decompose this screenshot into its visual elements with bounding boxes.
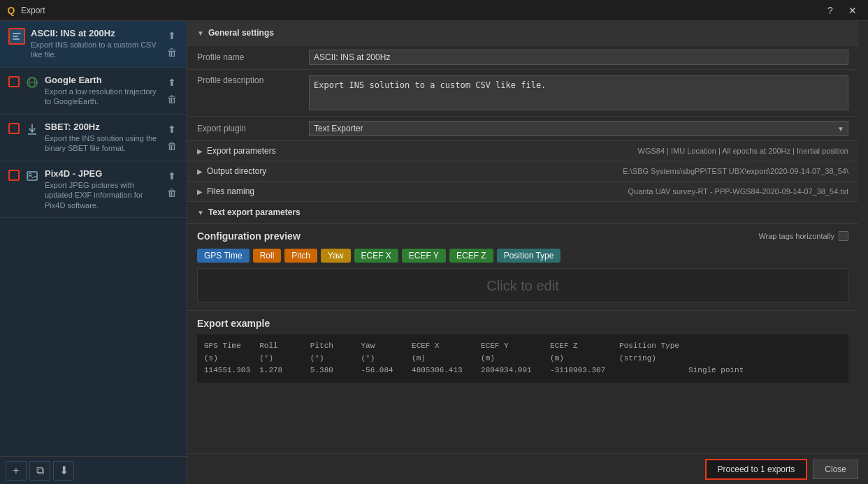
- text-export-params-header[interactable]: ▼ Text export parameters: [187, 202, 858, 223]
- profile-name-input-container: [309, 50, 848, 65]
- wrap-tags-checkbox[interactable]: [839, 231, 848, 241]
- sidebar-items-list: ASCII: INS at 200Hz Export INS solution …: [0, 21, 187, 456]
- output-directory-row[interactable]: ▶ Output directory E:\SBG Systems\sbgPP\…: [187, 161, 858, 182]
- files-naming-value: Quanta UAV survey-RT - PPP-WGS84-2020-09…: [628, 187, 849, 196]
- export-plugin-row: Export plugin Text Exporter ▼: [187, 117, 858, 141]
- tag-ecef-z[interactable]: ECEF Z: [449, 249, 493, 263]
- sbet-title: SBET: 200Hz: [45, 122, 159, 132]
- files-naming-row[interactable]: ▶ Files naming Quanta UAV survey-RT - PP…: [187, 182, 858, 202]
- window-controls: ? ✕: [820, 3, 862, 18]
- pix4d-checkbox[interactable]: [8, 170, 20, 181]
- sbet-actions: ⬆ 🗑: [164, 122, 180, 154]
- export-example-title: Export example: [197, 318, 848, 329]
- text-export-params-arrow-icon: ▼: [197, 209, 204, 217]
- google-earth-delete-btn[interactable]: 🗑: [164, 91, 180, 107]
- output-dir-value: E:\SBG Systems\sbgPP\TEST UBX\export\202…: [623, 167, 848, 175]
- config-preview-title: Configuration preview: [197, 230, 301, 242]
- pix4d-icon: [25, 169, 39, 183]
- google-earth-upload-btn[interactable]: ⬆: [164, 75, 180, 90]
- svg-rect-1: [13, 36, 18, 37]
- tag-gps-time[interactable]: GPS Time: [197, 249, 249, 263]
- main-layout: ASCII: INS at 200Hz Export INS solution …: [0, 21, 868, 484]
- profile-name-row: Profile name: [187, 45, 858, 70]
- pix4d-upload-btn[interactable]: ⬆: [164, 168, 180, 184]
- google-earth-content: Google Earth Export a low resolution tra…: [45, 75, 159, 107]
- general-settings-arrow: ▼: [197, 29, 204, 37]
- help-button[interactable]: ?: [820, 3, 840, 18]
- export-profile-button[interactable]: ⬇: [53, 461, 74, 481]
- sidebar-item-pix4d[interactable]: Pix4D - JPEG Export JPEG pictures with u…: [0, 161, 187, 218]
- google-earth-title: Google Earth: [45, 75, 159, 85]
- svg-rect-0: [13, 33, 21, 34]
- profile-name-input[interactable]: [309, 50, 848, 65]
- sbet-checkbox[interactable]: [8, 123, 20, 134]
- ascii-ins-delete-btn[interactable]: 🗑: [164, 45, 180, 60]
- export-header-line1: GPS Time Roll Pitch Yaw ECEF X ECEF Y EC…: [204, 342, 679, 350]
- pix4d-desc: Export JPEG pictures with updated EXIF i…: [45, 180, 159, 210]
- close-window-button[interactable]: ✕: [843, 3, 862, 18]
- profile-name-label: Profile name: [197, 52, 309, 62]
- sbet-upload-btn[interactable]: ⬆: [164, 122, 180, 137]
- profile-desc-textarea[interactable]: Export INS solution to a custom CSV like…: [309, 75, 848, 110]
- sidebar-footer: + ⧉ ⬇: [0, 456, 187, 484]
- close-button[interactable]: Close: [813, 460, 858, 479]
- export-plugin-select[interactable]: Text Exporter: [309, 121, 848, 136]
- sbet-delete-btn[interactable]: 🗑: [164, 138, 180, 154]
- tag-roll[interactable]: Roll: [253, 249, 282, 263]
- tag-yaw[interactable]: Yaw: [321, 249, 350, 263]
- export-parameters-row[interactable]: ▶ Export parameters WGS84 | IMU Location…: [187, 141, 858, 161]
- google-earth-checkbox[interactable]: [8, 76, 20, 87]
- wrap-tags-container: Wrap tags horizontally: [758, 231, 848, 241]
- proceed-to-exports-button[interactable]: Proceed to 1 exports: [705, 459, 808, 480]
- output-dir-arrow-icon: ▶: [197, 168, 203, 175]
- add-profile-button[interactable]: +: [6, 461, 27, 481]
- download-icon: [27, 124, 37, 135]
- export-data-line: 114551.303 1.278 5.380 -56.084 4805306.4…: [204, 366, 744, 374]
- sidebar-item-sbet[interactable]: SBET: 200Hz Export the INS solution usin…: [0, 115, 187, 161]
- google-earth-icon: [25, 75, 39, 89]
- general-settings-title: General settings: [208, 28, 274, 38]
- sbet-icon: [25, 122, 39, 136]
- svg-rect-7: [27, 172, 37, 180]
- bottom-bar: Proceed to 1 exports Close: [187, 453, 868, 484]
- text-icon: [12, 31, 22, 41]
- export-plugin-label: Export plugin: [197, 124, 309, 133]
- files-naming-label: Files naming: [207, 186, 254, 196]
- config-preview-header: Configuration preview Wrap tags horizont…: [197, 230, 848, 242]
- sbet-content: SBET: 200Hz Export the INS solution usin…: [45, 122, 159, 154]
- ascii-ins-upload-btn[interactable]: ⬆: [164, 28, 180, 43]
- pix4d-content: Pix4D - JPEG Export JPEG pictures with u…: [45, 168, 159, 210]
- right-panel: ▼ General settings Profile name Profile …: [187, 21, 868, 484]
- ascii-ins-actions: ⬆ 🗑: [164, 28, 180, 60]
- ascii-ins-icon: [8, 28, 25, 45]
- sidebar-item-ascii-ins[interactable]: ASCII: INS at 200Hz Export INS solution …: [0, 21, 187, 68]
- export-example-section: Export example GPS Time Roll Pitch Yaw E…: [187, 311, 858, 390]
- tag-pitch[interactable]: Pitch: [284, 249, 317, 263]
- google-earth-desc: Export a low resolution trajectory to Go…: [45, 87, 159, 107]
- export-plugin-select-container: Text Exporter ▼: [309, 121, 848, 136]
- app-icon: Q: [6, 5, 17, 16]
- export-header-line2: (s) (°) (°) (°) (m) (m) (m) (string): [204, 354, 656, 362]
- config-preview-section: Configuration preview Wrap tags horizont…: [187, 223, 858, 311]
- ascii-ins-desc: Export INS solution to a custom CSV like…: [31, 40, 159, 60]
- export-params-arrow-icon: ▶: [197, 147, 203, 155]
- ascii-ins-title: ASCII: INS at 200Hz: [31, 28, 159, 38]
- config-tags-row: GPS Time Roll Pitch Yaw ECEF X ECEF Y EC…: [197, 249, 848, 263]
- export-params-label: Export parameters: [207, 146, 276, 156]
- profile-desc-label: Profile description: [197, 75, 309, 85]
- tag-ecef-y[interactable]: ECEF Y: [402, 249, 446, 263]
- tag-position-type[interactable]: Position Type: [497, 249, 561, 263]
- ascii-ins-content: ASCII: INS at 200Hz Export INS solution …: [31, 28, 159, 60]
- sidebar-item-google-earth[interactable]: Google Earth Export a low resolution tra…: [0, 68, 187, 115]
- general-settings-header[interactable]: ▼ General settings: [187, 21, 858, 45]
- click-to-edit-area[interactable]: Click to edit: [197, 268, 848, 303]
- click-to-edit-label: Click to edit: [486, 278, 558, 294]
- export-example-table: GPS Time Roll Pitch Yaw ECEF X ECEF Y EC…: [197, 335, 848, 383]
- tag-ecef-x[interactable]: ECEF X: [354, 249, 398, 263]
- sbet-desc: Export the INS solution using the binary…: [45, 133, 159, 154]
- content-area: ▼ General settings Profile name Profile …: [187, 21, 868, 453]
- files-naming-arrow-icon: ▶: [197, 188, 203, 196]
- pix4d-delete-btn[interactable]: 🗑: [164, 185, 180, 200]
- duplicate-profile-button[interactable]: ⧉: [29, 461, 50, 481]
- window-title: Export: [21, 6, 820, 15]
